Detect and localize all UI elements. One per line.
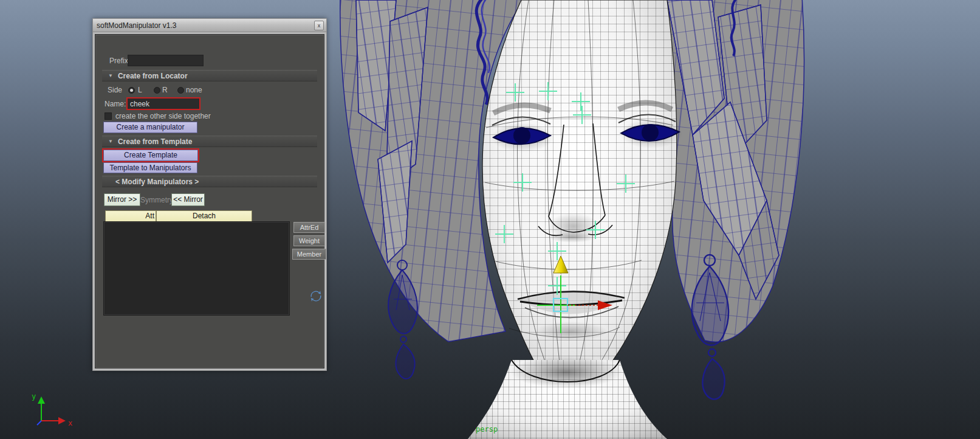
symmetry-button[interactable]: Symmetry — [140, 196, 173, 204]
camera-name-label: persp — [476, 425, 498, 434]
other-side-checkbox-label: create the other side together — [115, 112, 211, 120]
prefix-label: Prefix: — [109, 57, 130, 65]
side-label: Side — [108, 86, 122, 94]
softmod-tool-window[interactable]: softModManipulator v1.3 x Prefix: ▼ Crea… — [92, 18, 327, 371]
radio-side-l[interactable] — [128, 87, 135, 94]
template-to-manipulators-button[interactable]: Template to Manipulators — [103, 162, 197, 173]
section-title: Create from Locator — [118, 72, 188, 80]
section-title: < Modify Manipulators > — [115, 178, 199, 186]
panel-content: Prefix: ▼ Create from Locator Side L R n… — [95, 34, 324, 368]
axis-x-label: x — [68, 419, 72, 427]
close-button[interactable]: x — [314, 21, 324, 30]
manipulator-list[interactable] — [103, 221, 290, 316]
section-title: Create from Template — [118, 137, 192, 146]
prefix-input[interactable] — [128, 55, 204, 66]
radio-side-r[interactable] — [154, 87, 160, 94]
neck-mesh[interactable] — [468, 356, 667, 439]
weight-button[interactable]: Weight — [293, 235, 325, 246]
collapse-triangle-icon: ▼ — [108, 73, 113, 78]
member-button[interactable]: Member — [292, 249, 326, 260]
radio-side-r-label: R — [162, 86, 168, 94]
mirror-right-button[interactable]: Mirror >> — [104, 193, 140, 206]
head-mesh[interactable] — [482, 0, 683, 401]
radio-side-l-label: L — [138, 86, 142, 94]
radio-side-none[interactable] — [177, 87, 184, 94]
view-axis-gizmo: y x — [32, 392, 72, 427]
window-titlebar[interactable]: softModManipulator v1.3 x — [93, 19, 326, 32]
name-input[interactable] — [126, 97, 200, 110]
other-side-checkbox[interactable] — [105, 112, 112, 120]
attach-button[interactable]: Att — [105, 210, 156, 222]
axis-y-label: y — [32, 392, 36, 401]
window-title: softModManipulator v1.3 — [97, 21, 176, 30]
section-create-from-locator[interactable]: ▼ Create from Locator — [102, 70, 317, 81]
collapse-triangle-icon: ▼ — [108, 139, 113, 144]
radio-side-none-label: none — [186, 86, 202, 94]
mirror-left-button[interactable]: << Mirror — [171, 193, 205, 206]
name-label: Name: — [105, 100, 126, 108]
section-create-from-template[interactable]: ▼ Create from Template — [102, 136, 317, 147]
attred-button[interactable]: AttrEd — [293, 222, 325, 233]
detach-button[interactable]: Detach — [156, 210, 252, 222]
refresh-icon[interactable] — [309, 289, 323, 303]
create-template-button[interactable]: Create Template — [103, 150, 198, 161]
create-manipulator-button[interactable]: Create a manipulator — [103, 122, 197, 133]
section-modify-manipulators[interactable]: < Modify Manipulators > — [102, 176, 317, 187]
